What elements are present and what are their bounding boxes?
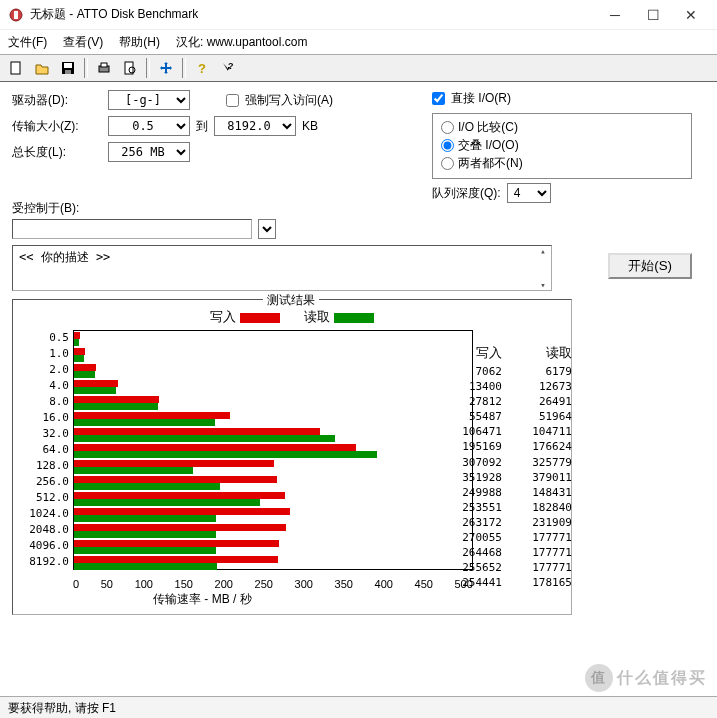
results-data-table: 写入读取 70626179134001267327812264915548751… [432, 344, 572, 591]
open-icon[interactable] [30, 57, 54, 79]
xfer-from-select[interactable]: 0.5 [108, 116, 190, 136]
svg-rect-4 [64, 63, 72, 68]
y-tick: 128.0 [23, 459, 69, 472]
bar-read [74, 387, 116, 394]
qdepth-label: 队列深度(Q): [432, 185, 501, 202]
status-bar: 要获得帮助, 请按 F1 [0, 696, 717, 718]
controlled-input[interactable] [12, 219, 252, 239]
direct-io-label: 直接 I/O(R) [451, 90, 511, 107]
bar-write [74, 332, 80, 339]
data-row: 253551182840 [432, 501, 572, 516]
help-icon[interactable]: ? [190, 57, 214, 79]
bar-read [74, 499, 260, 506]
menu-file[interactable]: 文件(F) [8, 34, 47, 51]
context-help-icon[interactable]: ? [216, 57, 240, 79]
bar-read [74, 547, 216, 554]
bar-read [74, 451, 377, 458]
drive-select[interactable]: [-g-] [108, 90, 190, 110]
xfer-label: 传输大小(Z): [12, 118, 102, 135]
data-row: 70626179 [432, 365, 572, 380]
data-row: 270055177771 [432, 531, 572, 546]
data-row: 249988148431 [432, 486, 572, 501]
bar-read [74, 531, 216, 538]
controlled-dropdown[interactable] [258, 219, 276, 239]
y-tick: 16.0 [23, 411, 69, 424]
legend-write: 写入 [210, 308, 280, 326]
svg-rect-7 [101, 63, 107, 67]
maximize-button[interactable]: ☐ [643, 7, 663, 23]
new-icon[interactable] [4, 57, 28, 79]
kb-label: KB [302, 119, 318, 133]
data-row: 264468177771 [432, 546, 572, 561]
neither-radio[interactable] [441, 157, 454, 170]
x-tick: 100 [135, 578, 153, 590]
bar-read [74, 483, 220, 490]
qdepth-select[interactable]: 4 [507, 183, 551, 203]
x-tick: 150 [175, 578, 193, 590]
x-tick: 200 [215, 578, 233, 590]
bar-read [74, 435, 335, 442]
window-title: 无标题 - ATTO Disk Benchmark [30, 6, 605, 23]
drive-label: 驱动器(D): [12, 92, 102, 109]
io-compare-radio[interactable] [441, 121, 454, 134]
data-row: 5548751964 [432, 410, 572, 425]
bar-write [74, 540, 279, 547]
force-write-label: 强制写入访问(A) [245, 92, 333, 109]
svg-text:?: ? [228, 61, 234, 71]
bar-write [74, 348, 85, 355]
x-tick: 250 [255, 578, 273, 590]
x-tick: 0 [73, 578, 79, 590]
force-write-checkbox[interactable] [226, 94, 239, 107]
bar-write [74, 460, 274, 467]
minimize-button[interactable]: ─ [605, 7, 625, 23]
y-tick: 4.0 [23, 379, 69, 392]
preview-icon[interactable] [118, 57, 142, 79]
y-tick: 4096.0 [23, 539, 69, 552]
y-tick: 1.0 [23, 347, 69, 360]
menu-hanhua: 汉化: www.upantool.com [176, 34, 307, 51]
xfer-to-select[interactable]: 8192.0 [214, 116, 296, 136]
bar-write [74, 364, 96, 371]
description-text: << 你的描述 >> [19, 250, 110, 264]
menu-view[interactable]: 查看(V) [63, 34, 103, 51]
legend-read: 读取 [304, 308, 374, 326]
watermark: 值 什么值得买 [585, 664, 707, 692]
save-icon[interactable] [56, 57, 80, 79]
menu-help[interactable]: 帮助(H) [119, 34, 160, 51]
svg-rect-1 [14, 11, 18, 19]
y-tick: 8.0 [23, 395, 69, 408]
overlap-io-radio[interactable] [441, 139, 454, 152]
bar-read [74, 467, 193, 474]
start-button[interactable]: 开始(S) [608, 253, 692, 279]
bar-write [74, 508, 290, 515]
direct-io-checkbox[interactable] [432, 92, 445, 105]
data-row: 195169176624 [432, 440, 572, 455]
bar-write [74, 380, 118, 387]
to-label: 到 [196, 118, 208, 135]
neither-label: 两者都不(N) [458, 155, 523, 172]
x-tick: 300 [295, 578, 313, 590]
bar-read [74, 371, 95, 378]
bar-write [74, 444, 356, 451]
svg-rect-2 [11, 62, 20, 74]
bar-write [74, 492, 285, 499]
data-row: 351928379011 [432, 471, 572, 486]
close-button[interactable]: ✕ [681, 7, 701, 23]
svg-rect-5 [65, 70, 71, 74]
print-icon[interactable] [92, 57, 116, 79]
bar-read [74, 515, 216, 522]
overlap-io-label: 交叠 I/O(O) [458, 137, 519, 154]
data-row: 2781226491 [432, 395, 572, 410]
x-tick: 350 [335, 578, 353, 590]
x-tick: 50 [101, 578, 113, 590]
bar-write [74, 428, 320, 435]
bar-read [74, 403, 158, 410]
io-compare-label: I/O 比较(C) [458, 119, 518, 136]
y-tick: 2.0 [23, 363, 69, 376]
bar-read [74, 563, 217, 570]
move-icon[interactable] [154, 57, 178, 79]
bar-write [74, 476, 277, 483]
totlen-label: 总长度(L): [12, 144, 102, 161]
y-tick: 512.0 [23, 491, 69, 504]
totlen-select[interactable]: 256 MB [108, 142, 190, 162]
